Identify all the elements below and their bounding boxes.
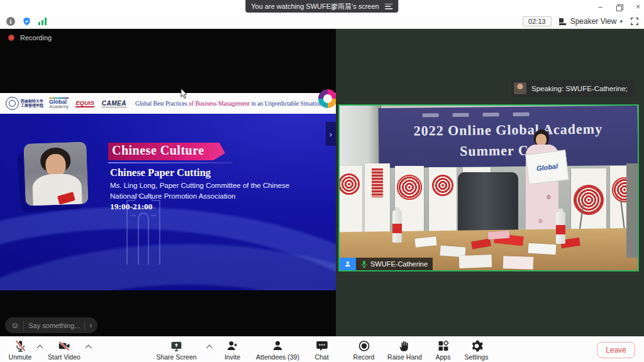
connection-quality-icon[interactable] xyxy=(38,18,47,25)
recording-indicator[interactable]: Recording xyxy=(8,34,52,41)
raise-hand-icon xyxy=(398,339,411,353)
encryption-shield-icon[interactable] xyxy=(22,16,31,26)
video-options-caret[interactable] xyxy=(86,345,92,351)
raise-hand-button[interactable]: Raise Hand xyxy=(384,337,426,362)
banner-line1: 2022 Online Global Academy xyxy=(379,121,638,140)
white-paper xyxy=(503,256,534,270)
recording-dot-icon xyxy=(8,35,14,41)
participant-name: SWUFE-Catherine xyxy=(370,260,428,268)
slide-title: Chinese Culture xyxy=(112,143,204,158)
fullscreen-icon[interactable] xyxy=(630,17,639,26)
unmute-button[interactable]: Unmute xyxy=(4,337,36,362)
university-emblem-icon xyxy=(6,97,19,110)
minimize-icon[interactable]: – xyxy=(598,3,602,11)
global-academy-logo: Global Academy xyxy=(49,97,69,109)
share-options-caret[interactable] xyxy=(206,345,213,351)
speaker-avatar xyxy=(514,82,526,94)
white-paper xyxy=(459,255,492,268)
recording-label: Recording xyxy=(20,34,52,41)
presenter-video-inset xyxy=(23,141,89,206)
room-right-frame xyxy=(626,163,638,258)
mouse-cursor xyxy=(180,88,188,99)
chevron-down-icon: ▾ xyxy=(619,18,623,25)
chat-icon xyxy=(315,339,328,353)
divider xyxy=(84,321,85,330)
meeting-toolbar: Unmute Start Video Share Screen xyxy=(0,336,644,362)
meeting-info-icon[interactable]: i xyxy=(6,17,15,26)
school-name-cn: 工商管理学院 xyxy=(21,104,43,108)
close-icon[interactable]: × xyxy=(636,3,640,11)
attendees-button[interactable]: Attendees (39) xyxy=(252,337,304,362)
camera-off-icon xyxy=(57,339,71,353)
water-bottle xyxy=(392,210,402,243)
chat-placeholder[interactable]: Say something... xyxy=(28,322,80,329)
view-controls-group: 02:13 Speaker View ▾ xyxy=(523,14,639,29)
summer-camp-banner: 2022 Online Global Academy Summer Camp xyxy=(379,106,638,168)
view-mode-switcher[interactable]: Speaker View ▾ xyxy=(559,17,623,26)
participant-name-overlay: SWUFE-Catherine xyxy=(340,258,433,270)
watching-banner: You are watching SWUFE廖雨晨's screen xyxy=(245,0,398,13)
toolbar-center-group: Share Screen Invite Attendees (39) Chat xyxy=(152,337,492,362)
conference-ring-logo xyxy=(318,89,336,108)
participant-name-tag: SWUFE-Catherine xyxy=(356,258,433,270)
water-bottle xyxy=(556,211,565,244)
quick-chat-input[interactable]: ☺ Say something... ‹ xyxy=(5,317,97,333)
meeting-top-bar: i 02:13 Speaker View ▾ xyxy=(0,14,644,29)
presentation-title: Global Best Practices of Business Manage… xyxy=(135,100,322,107)
toolbar-left-group: Unmute Start Video xyxy=(4,337,92,362)
record-icon xyxy=(357,339,370,353)
switch-windows-icon[interactable] xyxy=(386,4,393,9)
chat-button[interactable]: Chat xyxy=(309,337,335,362)
mic-muted-icon xyxy=(14,339,27,353)
unmuted-mic-icon xyxy=(361,260,367,268)
settings-gear-icon xyxy=(470,339,483,353)
expand-panel-chevron[interactable]: › xyxy=(326,122,336,146)
audio-participant-icon xyxy=(340,258,356,270)
apps-button[interactable]: Apps xyxy=(431,337,456,362)
view-mode-label: Speaker View xyxy=(570,17,617,26)
slide-title-underline xyxy=(108,162,233,163)
presenter-shirt xyxy=(32,173,82,207)
emoji-icon[interactable]: ☺ xyxy=(11,321,19,329)
university-name-cn: 西南财经大学 xyxy=(21,99,43,104)
share-screen-button[interactable]: Share Screen xyxy=(152,337,201,362)
restore-icon[interactable] xyxy=(616,4,622,10)
window-controls: – × xyxy=(598,0,640,14)
shared-screen-area: Recording 西南财经大学 工商管理学院 Global Academy E… xyxy=(0,29,336,336)
university-logo: 西南财经大学 工商管理学院 xyxy=(6,97,43,110)
equis-logo: EQUIS xyxy=(75,99,94,107)
speaker-video-panel: Speaking: SWUFE-Catherine; 2022 Online G… xyxy=(336,29,644,336)
presentation-slide: Chinese Culture Chinese Paper Cutting Ms… xyxy=(0,114,336,290)
unmute-options-caret[interactable] xyxy=(37,345,43,351)
start-video-button[interactable]: Start Video xyxy=(43,337,85,362)
presentation-header: 西南财经大学 工商管理学院 Global Academy EQUIS CAMEA… xyxy=(0,93,336,114)
invite-icon xyxy=(226,339,240,353)
share-screen-icon xyxy=(170,339,184,353)
settings-button[interactable]: Settings xyxy=(461,337,492,362)
speaking-indicator: Speaking: SWUFE-Catherine; xyxy=(511,80,635,97)
banner-logos xyxy=(423,112,530,118)
attendees-icon xyxy=(271,339,285,353)
collapse-chat-chevron[interactable]: ‹ xyxy=(89,321,92,330)
white-paper xyxy=(528,243,557,255)
speaking-indicator-text: Speaking: SWUFE-Catherine; xyxy=(531,85,628,92)
record-button[interactable]: Record xyxy=(349,337,379,362)
leave-button[interactable]: Leave xyxy=(597,342,635,358)
banner-line2: Summer Camp xyxy=(379,141,638,160)
speaker-view-icon xyxy=(559,18,567,25)
window-title-bar: You are watching SWUFE廖雨晨's screen – × xyxy=(0,0,644,14)
watching-banner-text: You are watching SWUFE廖雨晨's screen xyxy=(251,2,379,11)
slide-time-range: 19:00-21:00 xyxy=(110,202,153,212)
global-academy-board: Global xyxy=(525,150,569,184)
invite-button[interactable]: Invite xyxy=(218,337,247,362)
apps-icon xyxy=(436,339,450,353)
slide-speaker-description: Ms. Ling Long, Paper Cutting Committee o… xyxy=(110,180,289,202)
meeting-info-group: i xyxy=(6,14,47,29)
pink-paper xyxy=(488,231,510,239)
slide-subtitle: Chinese Paper Cutting xyxy=(110,167,211,179)
meeting-content: Recording 西南财经大学 工商管理学院 Global Academy E… xyxy=(0,29,644,336)
meeting-timer: 02:13 xyxy=(523,16,552,26)
divider xyxy=(23,321,24,330)
speaker-video-feed[interactable]: 2022 Online Global Academy Summer Camp G… xyxy=(338,104,639,272)
camea-logo: CAMEA xyxy=(102,100,126,107)
